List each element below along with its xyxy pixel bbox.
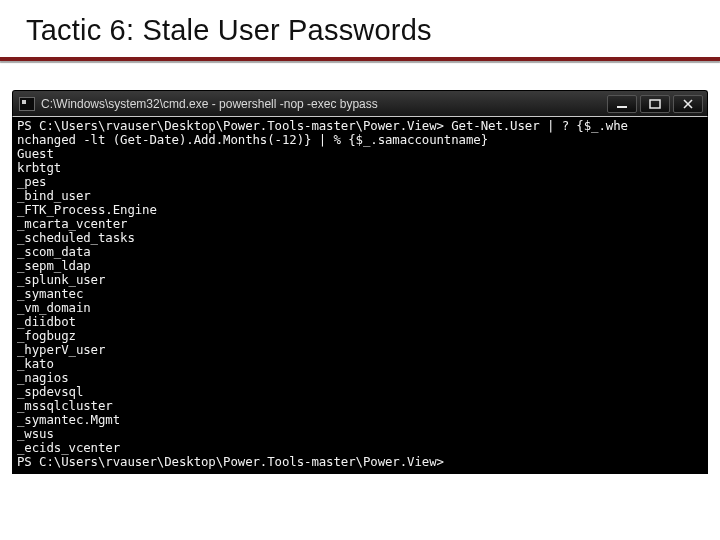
terminal-output[interactable]: PS C:\Users\rvauser\Desktop\Power.Tools-… <box>12 116 708 474</box>
maximize-button[interactable] <box>640 95 670 113</box>
window-buttons <box>607 95 703 113</box>
close-icon <box>682 99 694 109</box>
window-title: C:\Windows\system32\cmd.exe - powershell… <box>41 97 601 111</box>
console-window: C:\Windows\system32\cmd.exe - powershell… <box>12 90 708 474</box>
minimize-icon <box>616 99 628 109</box>
maximize-icon <box>649 99 661 109</box>
cmd-icon <box>19 97 35 111</box>
title-underline <box>0 57 720 61</box>
svg-rect-0 <box>617 106 627 108</box>
slide: Tactic 6: Stale User Passwords C:\Window… <box>0 0 720 540</box>
prompt: PS C:\Users\rvauser\Desktop\Power.Tools-… <box>17 454 451 469</box>
svg-rect-1 <box>650 100 660 108</box>
window-titlebar[interactable]: C:\Windows\system32\cmd.exe - powershell… <box>12 90 708 116</box>
close-button[interactable] <box>673 95 703 113</box>
minimize-button[interactable] <box>607 95 637 113</box>
slide-title: Tactic 6: Stale User Passwords <box>26 14 712 47</box>
title-area: Tactic 6: Stale User Passwords <box>0 0 720 55</box>
